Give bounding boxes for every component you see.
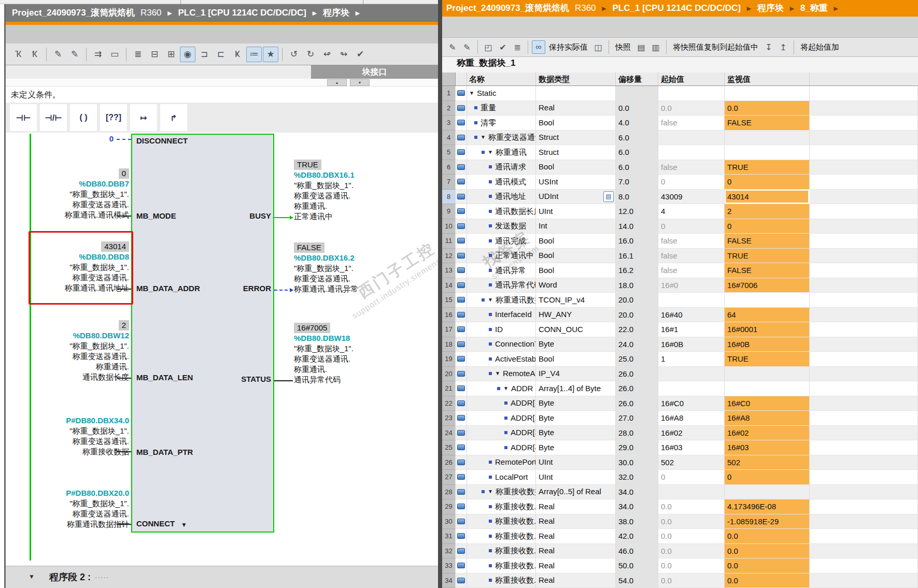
start-value-cell[interactable]: 0.0 bbox=[658, 558, 725, 573]
start-value-cell[interactable]: 16#02 bbox=[658, 426, 725, 441]
start-value-cell[interactable]: 4 bbox=[658, 204, 725, 219]
monitor-value-cell[interactable] bbox=[725, 131, 810, 146]
network-canvas[interactable]: DISCONNECT MB_MODE MB_DATA_ADDR MB_DATA_… bbox=[6, 133, 438, 566]
table-row[interactable]: 12 正常通讯中 Bool ▤ 16.1 false TRUE bbox=[442, 249, 918, 264]
data-type-cell[interactable]: Byte ▤ bbox=[536, 411, 616, 426]
variable-name-cell[interactable]: ▼ ADDR bbox=[467, 381, 536, 396]
contact-nc-icon[interactable]: ⊣/⊢ bbox=[40, 104, 67, 131]
table-row[interactable]: 21 ▼ ADDR Array[1..4] of Byte ▤ 26.0 bbox=[442, 381, 918, 396]
insert-row-icon[interactable]: ✎ bbox=[446, 40, 459, 54]
snapshot-now-icon[interactable]: ▤ bbox=[634, 40, 648, 54]
variable-name-cell[interactable]: 清零 bbox=[467, 116, 536, 131]
expander-icon[interactable]: ▼ bbox=[488, 485, 493, 499]
data-type-cell[interactable]: Real ▤ bbox=[536, 529, 616, 544]
monitor-value-cell[interactable]: 0 bbox=[725, 219, 810, 234]
operand-mb-data-len[interactable]: 2 %DB80.DBW12 "称重_数据块_1". 称重变送器通讯. 称重通讯.… bbox=[16, 320, 129, 382]
network-comments-toggle-icon[interactable]: ◉ bbox=[180, 47, 195, 62]
table-row[interactable]: 14 通讯异常代码 Word ▤ 18.0 16#0 16#7006 bbox=[442, 278, 918, 293]
variable-name-cell[interactable]: 通讯异常 bbox=[467, 263, 536, 278]
variable-name-cell[interactable]: 通讯数据长度 bbox=[467, 204, 536, 219]
modify-values-icon[interactable]: ✔ bbox=[496, 40, 510, 54]
variable-name-cell[interactable]: ADDR[4] bbox=[467, 440, 536, 455]
monitor-value-cell[interactable] bbox=[725, 293, 810, 308]
monitor-value-cell[interactable]: FALSE bbox=[725, 263, 810, 278]
start-value-cell[interactable]: 0.0 bbox=[658, 101, 725, 116]
variable-name-cell[interactable]: ADDR[3] bbox=[467, 426, 536, 441]
block-interface-bar[interactable]: 块接口 bbox=[311, 65, 438, 79]
data-type-cell[interactable]: Struct ▤ bbox=[536, 145, 616, 160]
header-monitor-value[interactable]: 监视值 bbox=[725, 73, 810, 85]
operand-status[interactable]: 16#7005 %DB80.DBW18 "称重_数据块_1". 称重变送器通讯.… bbox=[294, 323, 418, 385]
open-all-branches-icon[interactable]: ⊞ bbox=[163, 47, 179, 62]
variable-name-cell[interactable]: InterfaceId bbox=[467, 308, 536, 323]
start-value-cell[interactable]: false bbox=[658, 263, 725, 278]
new-network-icon[interactable]: Ҡ bbox=[10, 47, 26, 62]
data-type-cell[interactable]: IP_V4 ▤ bbox=[536, 367, 616, 382]
data-type-cell[interactable]: Real ▤ bbox=[536, 558, 616, 573]
data-type-cell[interactable]: Bool ▤ bbox=[536, 234, 616, 249]
data-type-cell[interactable]: Word ▤ bbox=[536, 278, 616, 293]
monitor-value-cell[interactable]: 16#0B bbox=[725, 337, 810, 352]
breadcrumb-project[interactable]: Project_24090973_滚筒烘焙机 bbox=[446, 3, 569, 13]
monitor-value-cell[interactable] bbox=[725, 86, 810, 101]
panel-splitter[interactable] bbox=[438, 0, 442, 588]
table-row[interactable]: 33 称重接收数... Real ▤ 50.0 0.0 0.0 bbox=[442, 558, 918, 573]
monitor-value-cell[interactable]: 64 bbox=[725, 308, 810, 323]
data-type-cell[interactable]: HW_ANY ▤ bbox=[536, 308, 616, 323]
keep-actual-values-db-icon[interactable]: ◫ bbox=[591, 40, 605, 54]
start-value-cell[interactable]: 0 bbox=[658, 470, 725, 485]
splitter-expand-button[interactable]: ▲ bbox=[327, 79, 347, 86]
variable-name-cell[interactable]: LocalPort bbox=[467, 470, 536, 485]
variable-name-cell[interactable]: 通讯地址 bbox=[467, 190, 536, 205]
variable-name-cell[interactable]: 称重接收数... bbox=[467, 558, 536, 573]
start-value-cell[interactable]: 16#C0 bbox=[658, 396, 725, 411]
start-value-cell[interactable]: 0 bbox=[658, 175, 725, 190]
load-start-values-label[interactable]: 将起始值加 bbox=[800, 42, 839, 52]
variable-name-cell[interactable]: 通讯完成 bbox=[467, 234, 536, 249]
variable-name-cell[interactable]: 正常通讯中 bbox=[467, 249, 536, 264]
close-all-branches-icon[interactable]: ⊟ bbox=[147, 47, 162, 62]
monitor-value-cell[interactable] bbox=[725, 485, 810, 500]
monitor-value-cell[interactable]: TRUE bbox=[725, 160, 810, 175]
breadcrumb-plc[interactable]: PLC_1 [CPU 1214C DC/DC/DC] bbox=[613, 3, 741, 13]
goto-network-icon[interactable]: ⇉ bbox=[90, 47, 106, 62]
variable-name-cell[interactable]: ADDR[1] bbox=[467, 396, 536, 411]
add-row-icon[interactable]: ✎ bbox=[460, 40, 474, 54]
table-row[interactable]: 7 通讯模式 USInt ▤ 7.0 0 0 bbox=[442, 175, 918, 190]
variable-name-cell[interactable]: ▼ 称重接收数据 bbox=[467, 485, 536, 500]
operand-mb-data-ptr[interactable]: P#DB80.DBX34.0 "称重_数据块_1". 称重变送器通讯. 称重接收… bbox=[16, 415, 129, 457]
variable-name-cell[interactable]: ▼ 称重变送器通讯 bbox=[467, 131, 536, 146]
start-value-cell[interactable]: 16#1 bbox=[658, 322, 725, 337]
contact-no-icon[interactable]: ⊣⊢ bbox=[10, 104, 37, 131]
start-value-cell[interactable]: 0.0 bbox=[658, 544, 725, 559]
table-row[interactable]: 2 重量 Real ▤ 0.0 0.0 0.0 bbox=[442, 101, 918, 116]
monitor-value-cell[interactable]: 0.0 bbox=[725, 558, 810, 573]
variable-name-cell[interactable]: 称重接收数... bbox=[467, 499, 536, 514]
table-row[interactable]: 11 通讯完成 Bool ▤ 16.0 false FALSE bbox=[442, 234, 918, 249]
table-row[interactable]: 13 通讯异常 Bool ▤ 16.2 false FALSE bbox=[442, 263, 918, 278]
start-value-cell[interactable]: 16#0B bbox=[658, 337, 725, 352]
table-row[interactable]: 9 通讯数据长度 UInt ▤ 12.0 4 2 bbox=[442, 204, 918, 219]
open-branch-icon[interactable]: ↦ bbox=[130, 104, 157, 131]
disconnect-value[interactable]: 0 bbox=[98, 134, 114, 143]
box-collapse-icon[interactable]: ▼ bbox=[181, 521, 187, 528]
table-row[interactable]: 32 称重接收数... Real ▤ 46.0 0.0 0.0 bbox=[442, 544, 918, 559]
variable-name-cell[interactable]: 发送数据 bbox=[467, 219, 536, 234]
network-2-comment-placeholder[interactable]: ..... bbox=[95, 571, 109, 580]
monitor-value-cell[interactable]: FALSE bbox=[725, 116, 810, 131]
data-type-cell[interactable]: ▤ bbox=[536, 86, 616, 101]
start-value-cell[interactable]: 1 bbox=[658, 352, 725, 367]
operand-error[interactable]: FALSE %DB80.DBX16.2 "称重_数据块_1". 称重变送器通讯.… bbox=[294, 242, 418, 294]
table-row[interactable]: 4 ▼ 称重变送器通讯 Struct ▤ 6.0 bbox=[442, 131, 918, 146]
monitor-value-cell[interactable]: -1.085918E-29 bbox=[725, 514, 810, 529]
variable-name-cell[interactable]: 通讯异常代码 bbox=[467, 278, 536, 293]
start-value-cell[interactable] bbox=[658, 367, 725, 382]
display-format-icon[interactable]: ≔ bbox=[246, 47, 262, 62]
start-value-cell[interactable]: false bbox=[658, 234, 725, 249]
header-start-value[interactable]: 起始值 bbox=[658, 73, 725, 85]
data-type-cell[interactable]: Array[0..5] of Real ▤ bbox=[536, 485, 616, 500]
variable-name-cell[interactable]: 重量 bbox=[467, 101, 536, 116]
start-value-cell[interactable] bbox=[658, 293, 725, 308]
sync-block-call-icon[interactable]: ↬ bbox=[336, 47, 351, 62]
table-row[interactable]: 30 称重接收数... Real ▤ 38.0 0.0 -1.085918E-2… bbox=[442, 514, 918, 529]
